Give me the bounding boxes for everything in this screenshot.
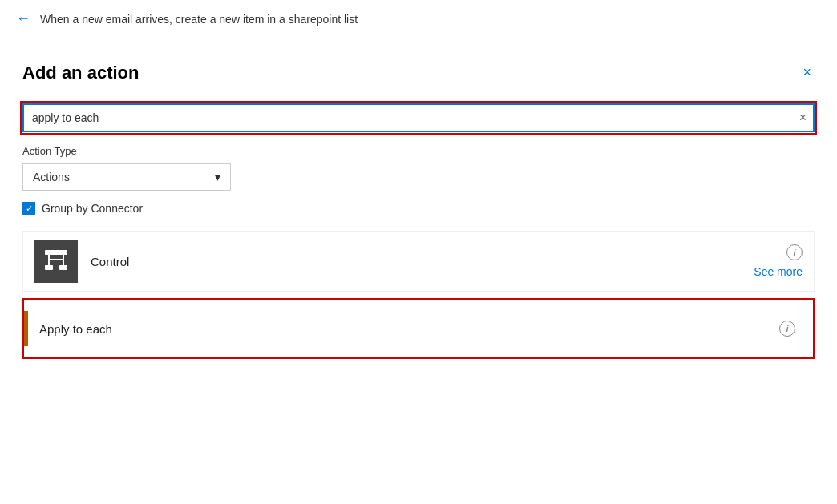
connector-name: Control [91,255,754,268]
top-bar: ← When a new email arrives, create a new… [0,0,837,38]
add-action-panel: Add an action × × Action Type Actions ▾ … [0,38,837,375]
svg-rect-2 [59,265,67,270]
svg-rect-1 [45,265,53,270]
checkmark-icon: ✓ [26,204,33,214]
svg-rect-0 [45,250,67,255]
action-type-dropdown[interactable]: Actions ▾ [22,163,231,191]
group-by-label: Group by Connector [42,202,143,215]
see-more-link[interactable]: See more [754,265,803,278]
connector-info-icon[interactable]: i [786,244,803,260]
group-by-checkbox[interactable]: ✓ [22,202,35,215]
action-type-label: Action Type [22,145,815,157]
control-icon-svg [42,248,70,275]
action-type-value: Actions [33,171,70,183]
control-connector-icon [34,240,78,283]
result-info-icon[interactable]: i [779,321,795,337]
back-arrow[interactable]: ← [16,10,30,27]
result-row-name: Apply to each [39,322,779,336]
search-clear-button[interactable]: × [799,111,807,125]
top-bar-title: When a new email arrives, create a new i… [40,13,358,26]
control-connector-row: Control i See more [22,231,815,292]
close-button[interactable]: × [799,61,815,84]
result-row-accent [24,311,28,346]
panel-header: Add an action × [22,61,815,84]
dropdown-chevron-icon: ▾ [215,171,220,183]
group-by-row: ✓ Group by Connector [22,202,815,215]
connector-info: i See more [754,244,803,278]
search-box-wrapper: × [22,103,815,132]
apply-to-each-result-row[interactable]: Apply to each i [22,298,815,359]
panel-title: Add an action [22,62,139,83]
search-input[interactable] [22,103,815,132]
